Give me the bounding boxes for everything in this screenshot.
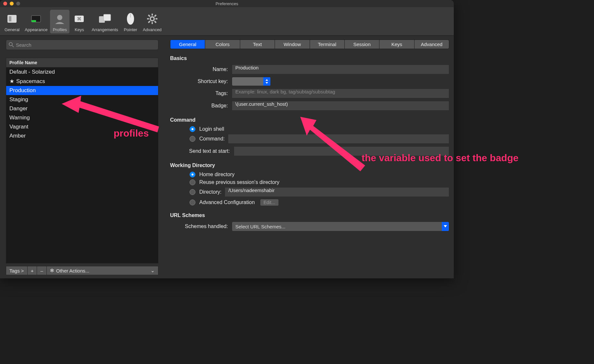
- advanced-config-radio[interactable]: [190, 200, 195, 205]
- annotation-badge: the variable used to set the badge: [362, 152, 518, 164]
- svg-marker-24: [444, 225, 447, 227]
- search-icon: [9, 42, 14, 47]
- annotation-arrow-badge: [297, 117, 368, 172]
- tags-label: Tags:: [170, 91, 232, 96]
- command-radio[interactable]: [190, 136, 195, 142]
- login-shell-label: Login shell: [199, 126, 224, 132]
- svg-marker-26: [300, 117, 365, 171]
- profile-item-selected[interactable]: Production: [6, 86, 158, 95]
- svg-text:⌘: ⌘: [77, 16, 81, 21]
- svg-line-18: [155, 15, 156, 17]
- remove-profile-button[interactable]: –: [37, 266, 46, 275]
- svg-marker-23: [266, 82, 268, 84]
- general-icon: [5, 12, 19, 26]
- svg-rect-8: [104, 14, 111, 21]
- profile-list-buttons: Tags > + – ✻ Other Actions... ⌄: [6, 266, 158, 275]
- profile-label: Spacemacs: [16, 78, 45, 85]
- tab-window[interactable]: Window: [275, 40, 310, 49]
- badge-input[interactable]: \(user.current_ssh_host): [232, 101, 449, 111]
- tags-input[interactable]: Example: linux, dark bg, tag/subtag/subs…: [232, 89, 449, 98]
- name-label: Name:: [170, 67, 232, 72]
- edit-button[interactable]: Edit...: [260, 199, 279, 206]
- gear-icon: ✻: [50, 268, 54, 273]
- titlebar: Preferences: [0, 0, 454, 7]
- profile-item[interactable]: ★Spacemacs: [6, 77, 158, 86]
- toolbar-advanced[interactable]: Advanced: [140, 10, 164, 33]
- profile-label: Vagrant: [9, 124, 28, 130]
- schemes-label: Schemes handled:: [170, 224, 232, 229]
- other-actions-button[interactable]: ✻ Other Actions... ⌄: [47, 266, 158, 275]
- chevron-down-icon: [442, 222, 449, 231]
- tab-terminal[interactable]: Terminal: [310, 40, 345, 49]
- shortcut-select[interactable]: [232, 77, 271, 86]
- url-schemes-select[interactable]: Select URL Schemes...: [232, 222, 449, 231]
- toolbar-general[interactable]: General: [2, 10, 22, 33]
- toolbar-keys[interactable]: ⌘ Keys: [69, 10, 89, 33]
- svg-line-17: [155, 21, 156, 23]
- directory-input[interactable]: /Users/nadeemshabir: [225, 187, 449, 197]
- badge-label: Badge:: [170, 103, 232, 109]
- appearance-icon: [29, 12, 43, 26]
- chevron-down-icon: ⌄: [151, 268, 155, 273]
- profiles-icon: [53, 12, 67, 26]
- home-dir-radio[interactable]: [190, 172, 195, 177]
- tags-button[interactable]: Tags >: [6, 266, 28, 275]
- send-text-label: Send text at start:: [170, 148, 234, 154]
- svg-line-19: [148, 21, 150, 23]
- close-icon[interactable]: [3, 2, 7, 6]
- profile-label: Amber: [9, 133, 26, 139]
- profile-label: Danger: [9, 105, 28, 112]
- tab-keys[interactable]: Keys: [379, 40, 414, 49]
- section-basics-title: Basics: [170, 55, 449, 61]
- shortcut-label: Shortcut key:: [170, 79, 232, 84]
- url-schemes-value: Select URL Schemes...: [235, 224, 286, 229]
- svg-point-11: [150, 17, 154, 21]
- arrangements-icon: [98, 12, 112, 26]
- tab-session[interactable]: Session: [345, 40, 379, 49]
- toolbar-label: Profiles: [53, 27, 67, 32]
- minimize-icon[interactable]: [10, 2, 14, 6]
- profile-item[interactable]: Default - Solarized: [6, 67, 158, 77]
- profile-tabs: General Colors Text Window Terminal Sess…: [170, 40, 449, 49]
- svg-rect-1: [9, 16, 11, 21]
- svg-marker-25: [62, 96, 159, 132]
- stepper-icon: [263, 77, 270, 86]
- annotation-profiles: profiles: [114, 128, 149, 139]
- tab-colors[interactable]: Colors: [205, 40, 240, 49]
- home-dir-label: Home directory: [199, 172, 234, 177]
- toolbar-label: Keys: [75, 27, 84, 32]
- toolbar: General Appearance Profiles ⌘ Keys Arran…: [0, 7, 454, 36]
- add-profile-button[interactable]: +: [28, 266, 37, 275]
- toolbar-appearance[interactable]: Appearance: [22, 10, 50, 33]
- name-input[interactable]: Production: [232, 65, 449, 74]
- tab-text[interactable]: Text: [240, 40, 275, 49]
- profile-label: Default - Solarized: [9, 69, 55, 75]
- toolbar-profiles[interactable]: Profiles: [50, 10, 69, 33]
- toolbar-label: General: [5, 27, 19, 32]
- zoom-icon[interactable]: [16, 2, 20, 6]
- svg-marker-22: [266, 79, 268, 81]
- advanced-config-label: Advanced Configuration: [199, 200, 255, 205]
- sidebar: Search Profile Name Default - Solarized …: [0, 36, 162, 278]
- command-label: Command:: [199, 136, 225, 142]
- svg-point-20: [9, 42, 12, 46]
- directory-radio[interactable]: [190, 189, 195, 195]
- tab-general[interactable]: General: [170, 40, 205, 49]
- svg-rect-3: [31, 20, 36, 22]
- svg-point-4: [57, 15, 62, 20]
- pointer-icon: [123, 12, 138, 26]
- profile-list-header[interactable]: Profile Name: [6, 58, 158, 67]
- gear-icon: [145, 12, 159, 26]
- reuse-dir-label: Reuse previous session's directory: [199, 179, 279, 185]
- tab-advanced[interactable]: Advanced: [415, 40, 449, 49]
- search-placeholder: Search: [16, 42, 31, 48]
- keys-icon: ⌘: [72, 12, 86, 26]
- search-input[interactable]: Search: [6, 40, 158, 50]
- toolbar-pointer[interactable]: Pointer: [121, 10, 140, 33]
- reuse-dir-radio[interactable]: [190, 179, 195, 185]
- directory-label: Directory:: [199, 189, 221, 195]
- other-actions-label: Other Actions...: [56, 268, 90, 273]
- login-shell-radio[interactable]: [190, 126, 195, 132]
- svg-line-16: [148, 15, 150, 17]
- toolbar-arrangements[interactable]: Arrangements: [89, 10, 121, 33]
